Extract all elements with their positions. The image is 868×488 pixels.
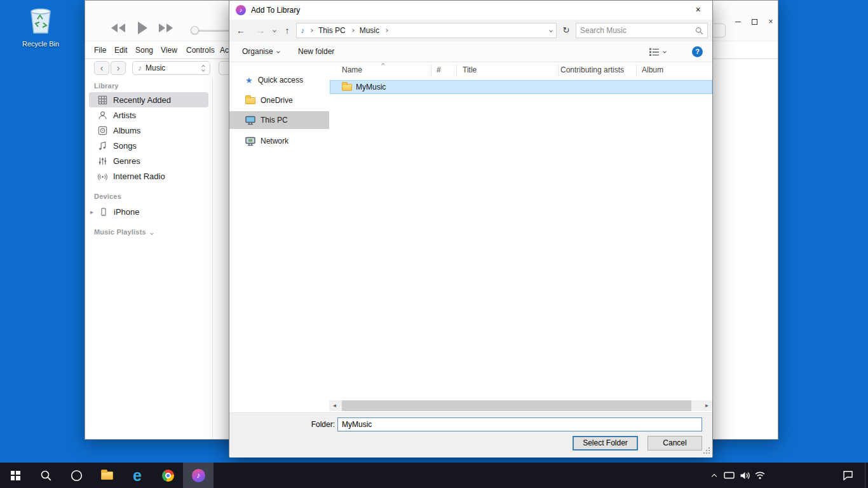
wifi-icon [754,471,766,480]
close-button[interactable]: × [763,15,779,29]
pane-item-quick-access[interactable]: ★ Quick access [229,71,329,89]
refresh-icon: ↻ [563,25,570,35]
itunes-app-icon: ♪ [236,5,246,15]
dropdown-spinner-icon [202,65,205,71]
pane-item-label: Network [261,137,288,146]
action-center-icon [843,470,853,480]
play-button[interactable] [136,20,149,38]
sidebar-item-label: Genres [113,156,140,166]
organise-menu-button[interactable]: Organise [242,41,280,62]
sidebar-item-internet-radio[interactable]: Internet Radio [89,168,208,184]
recycle-bin-shortcut[interactable]: Recycle Bin [14,4,67,48]
taskbar: e ♪ [0,463,868,488]
itunes-back-button[interactable]: ‹ [94,61,109,75]
pane-item-this-pc[interactable]: This PC [229,111,329,129]
sidebar-item-genres[interactable]: Genres [89,153,208,168]
select-folder-button[interactable]: Select Folder [573,436,638,451]
column-title[interactable]: Title [463,62,477,78]
menu-file[interactable]: File [94,41,106,59]
action-center-button[interactable] [837,463,858,488]
maximize-button[interactable] [746,15,763,29]
fast-forward-button[interactable] [158,22,174,36]
nav-history-dropdown[interactable] [269,23,280,38]
sidebar-item-artists[interactable]: Artists [89,107,208,123]
minimize-button[interactable] [729,15,746,29]
menu-view[interactable]: View [161,41,177,59]
sidebar-item-songs[interactable]: Songs [89,138,208,153]
devices-header: Devices [94,193,121,200]
itunes-taskbar-button[interactable]: ♪ [183,463,214,488]
minimize-icon [735,22,741,22]
menu-controls[interactable]: Controls [186,41,215,59]
column-headers: Name # Title Contributing artists Album [329,62,712,78]
menu-edit[interactable]: Edit [114,41,128,59]
nav-forward-button[interactable]: → [253,23,268,38]
folder-name-input[interactable] [337,417,702,431]
music-playlists-header[interactable]: Music Playlists [94,228,153,236]
help-button[interactable]: ? [692,46,703,57]
column-name[interactable]: Name [342,62,362,78]
chrome-button[interactable] [153,463,183,488]
nav-up-button[interactable]: ↑ [281,23,294,38]
view-mode-button[interactable] [649,41,666,62]
cortana-circle-icon [71,470,83,482]
pane-item-network[interactable]: Network [229,132,329,150]
scrollbar-thumb[interactable] [342,400,691,411]
scroll-right-button[interactable]: ► [702,400,712,411]
dialog-close-button[interactable]: × [684,1,712,19]
sidebar-item-iphone[interactable]: ▸ iPhone [89,204,208,219]
address-bar[interactable]: ♪ This PC Music [296,23,557,38]
rewind-button[interactable] [110,22,126,36]
resize-grip[interactable] [709,447,710,449]
artist-icon [98,111,107,120]
cortana-button[interactable] [61,463,92,488]
address-dropdown-icon[interactable] [549,29,553,32]
tray-volume-button[interactable] [737,463,752,488]
breadcrumb-separator-icon [384,29,388,32]
sidebar-item-label: Artists [113,111,136,120]
tray-network-button[interactable] [752,463,768,488]
network-icon [245,137,255,146]
refresh-button[interactable]: ↻ [559,23,573,38]
column-contributing-artists[interactable]: Contributing artists [560,62,624,78]
start-button[interactable] [0,463,31,488]
sidebar-item-recently-added[interactable]: Recently Added [89,92,208,107]
chevron-down-icon [273,29,276,32]
dialog-command-bar: Organise New folder ? [229,41,712,62]
column-number[interactable]: # [437,62,441,78]
media-kind-dropdown[interactable]: ♪ Music [132,61,210,75]
maximize-icon [752,19,757,25]
sidebar-item-label: iPhone [114,207,139,217]
sidebar-item-label: Albums [113,126,140,135]
sidebar-item-label: Songs [113,141,137,151]
expand-triangle-icon[interactable]: ▸ [90,208,93,215]
cancel-button[interactable]: Cancel [648,436,702,451]
itunes-forward-button[interactable]: › [111,61,126,75]
sidebar-item-label: Recently Added [113,95,171,105]
breadcrumb-music[interactable]: Music [360,26,379,35]
edge-button[interactable]: e [122,463,153,488]
taskbar-search-button[interactable] [31,463,61,488]
horizontal-scrollbar[interactable]: ◄ ► [329,400,712,411]
scroll-left-button[interactable]: ◄ [329,400,340,411]
new-folder-button[interactable]: New folder [298,41,334,62]
pane-item-onedrive[interactable]: OneDrive [229,92,329,109]
tray-battery-button[interactable] [722,463,737,488]
iphone-icon [99,207,108,217]
breadcrumb-this-pc[interactable]: This PC [318,26,346,35]
search-icon[interactable] [695,27,703,35]
dialog-title-bar: ♪ Add To Library × [229,1,712,20]
file-name: MyMusic [356,83,386,92]
menu-song[interactable]: Song [135,41,153,59]
search-input[interactable] [580,26,695,35]
sidebar-item-albums[interactable]: Albums [89,123,208,138]
album-icon [98,126,107,135]
show-desktop-button[interactable] [865,463,868,488]
file-row-mymusic[interactable]: MyMusic [330,80,712,94]
volume-slider-knob[interactable] [191,26,199,34]
file-explorer-button[interactable] [92,463,122,488]
nav-back-button[interactable]: ← [233,23,248,38]
tray-overflow-button[interactable] [707,463,722,488]
column-album[interactable]: Album [642,62,663,78]
back-arrow-icon: ← [236,25,245,36]
